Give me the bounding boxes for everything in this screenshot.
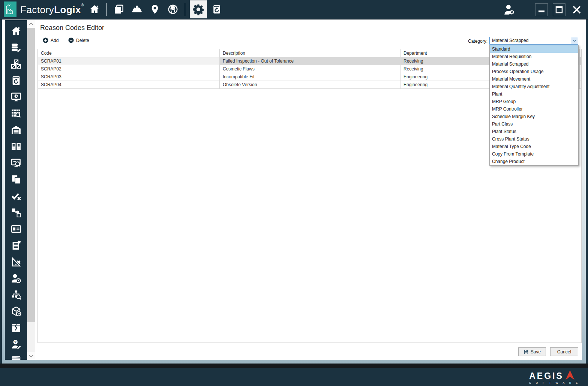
cell-description[interactable]: Obsolete Version [220, 81, 400, 89]
sidebar-item-home[interactable] [10, 25, 22, 37]
sidebar-item-approve-reject[interactable] [10, 190, 22, 202]
category-combobox[interactable]: Material Scrapped [489, 37, 578, 45]
sidebar-item-transfer[interactable] [10, 207, 22, 218]
add-button[interactable]: Add [43, 37, 58, 43]
restore-backup-icon[interactable] [209, 0, 224, 18]
sidebar-item-user-time[interactable] [10, 273, 22, 284]
column-header-code[interactable]: Code [38, 49, 220, 57]
category-label: Category: [458, 39, 488, 44]
scroll-up-icon[interactable] [27, 20, 35, 28]
chevron-down-icon[interactable] [571, 37, 578, 44]
globe-icon[interactable] [165, 0, 180, 18]
aegis-logo-text: AEGIS [529, 371, 564, 381]
sidebar-item-damaged-package[interactable] [10, 322, 22, 334]
dropdown-option[interactable]: Schedule Margin Key [490, 113, 578, 120]
home-icon[interactable] [87, 0, 102, 18]
delete-button[interactable]: Delete [68, 37, 89, 43]
delete-icon [68, 37, 74, 43]
sidebar-item-warehouse[interactable] [10, 124, 22, 136]
cell-description[interactable]: Cosmetic Flaws [220, 65, 400, 73]
cell-filler [580, 57, 582, 65]
footer: AEGIS S O F T W A R E [0, 368, 588, 386]
page-title: Reason Codes Editor [40, 24, 104, 32]
add-icon [43, 37, 48, 43]
sidebar-item-dashboard[interactable] [10, 91, 22, 103]
sidebar-item-terminal[interactable] [10, 355, 22, 360]
sidebar-item-package-export[interactable] [10, 306, 22, 317]
cell-code[interactable]: SCRAP03 [38, 73, 220, 81]
cell-filler [580, 65, 582, 73]
category-value: Material Scrapped [490, 37, 571, 44]
sidebar-item-backup[interactable] [10, 75, 22, 86]
sidebar-item-measure-delete[interactable] [10, 256, 22, 268]
dropdown-option[interactable]: MRP Group [490, 98, 578, 105]
delete-label: Delete [76, 38, 89, 43]
sidebar-item-data-editor[interactable] [10, 42, 22, 53]
hardhat-icon[interactable] [129, 0, 144, 18]
pages-icon[interactable] [111, 0, 126, 18]
footer-divider-strip [0, 364, 588, 368]
close-button[interactable] [570, 3, 583, 16]
dropdown-option[interactable]: Part Class [490, 120, 578, 128]
titlebar-divider [185, 3, 185, 16]
cancel-label: Cancel [557, 349, 571, 355]
dropdown-option[interactable]: Material Movement [490, 75, 578, 83]
dropdown-option[interactable]: Copy From Template [490, 150, 578, 158]
scroll-down-icon[interactable] [27, 352, 35, 360]
dropdown-option[interactable]: Standard [490, 45, 578, 53]
dropdown-option[interactable]: Cross Plant Status [490, 135, 578, 143]
user-signout-icon[interactable] [503, 3, 516, 16]
sidebar-item-id-card[interactable] [10, 223, 22, 235]
save-label: Save [531, 349, 541, 355]
minimize-button[interactable] [535, 3, 548, 16]
settings-gear-icon[interactable] [190, 0, 207, 18]
sidebar-item-list-delete[interactable] [10, 240, 22, 251]
dropdown-option[interactable]: Change Product [490, 158, 578, 165]
cell-code[interactable]: SCRAP02 [38, 65, 220, 73]
titlebar-divider [106, 3, 107, 16]
dropdown-option[interactable]: Plant Status [490, 128, 578, 135]
aegis-logo-subtext: S O F T W A R E [529, 382, 580, 384]
cell-description[interactable]: Incompatible Fit [220, 73, 400, 81]
sidebar-item-materials[interactable] [10, 58, 22, 70]
dropdown-option[interactable]: Material Scrapped [490, 60, 578, 68]
svg-text:?: ? [14, 340, 16, 344]
titlebar: FactoryLogix® [0, 0, 588, 19]
dropdown-option[interactable]: MRP Controller [490, 105, 578, 113]
sidebar-nav: ? [5, 20, 27, 360]
titlebar-right [503, 0, 588, 19]
column-header-filler [580, 49, 582, 57]
dropdown-option[interactable]: Process Operation Usage [490, 68, 578, 75]
cancel-button[interactable]: Cancel [550, 347, 578, 356]
sidebar-item-documentation[interactable] [10, 141, 22, 152]
dropdown-option[interactable]: Material Type Code [490, 143, 578, 150]
dropdown-option[interactable]: Plant [490, 90, 578, 98]
maximize-button[interactable] [553, 3, 566, 16]
add-label: Add [51, 38, 58, 43]
aegis-logo: AEGIS S O F T W A R E [529, 370, 580, 384]
sidebar-item-monitor-search[interactable] [10, 157, 22, 169]
save-button[interactable]: Save [518, 347, 546, 356]
sidebar-item-documents[interactable] [10, 174, 22, 185]
cell-code[interactable]: SCRAP01 [38, 57, 220, 65]
column-header-description[interactable]: Description [220, 49, 400, 57]
cell-description[interactable]: Failed Inspection - Out of Tolerance [220, 57, 400, 65]
brand-text: FactoryLogix® [20, 3, 84, 16]
cell-filler [580, 81, 582, 89]
aegis-arrow-icon [565, 370, 575, 381]
location-pin-icon[interactable] [147, 0, 162, 18]
sidebar-item-org-search[interactable] [10, 289, 22, 301]
cell-code[interactable]: SCRAP04 [38, 81, 220, 89]
sidebar-scrollbar[interactable] [27, 20, 35, 360]
dropdown-option[interactable]: Material Requisition [490, 53, 578, 60]
category-dropdown-list: StandardMaterial RequisitionMaterial Scr… [489, 45, 579, 166]
scrollbar-thumb[interactable] [27, 28, 35, 322]
save-icon [524, 349, 529, 355]
cell-filler [580, 73, 582, 81]
factorylogix-logo-icon [4, 1, 16, 17]
main-content: Reason Codes Editor Add Delete Category:… [35, 20, 582, 360]
dropdown-option[interactable]: Material Quantity Adjustment [490, 83, 578, 90]
sidebar-item-data-grid-search[interactable] [10, 108, 22, 119]
sidebar-item-user-query[interactable]: ? [10, 339, 22, 350]
